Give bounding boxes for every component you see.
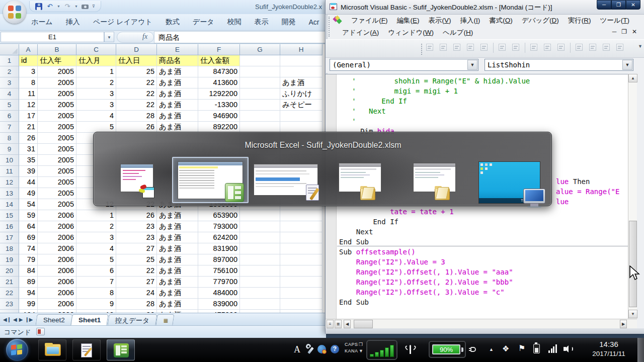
taskbar-notepad-button[interactable]	[72, 339, 101, 360]
ribbon-tab-8[interactable]: 開発	[282, 18, 296, 27]
column-header-D[interactable]: D	[116, 44, 157, 55]
cell[interactable]: 5	[76, 254, 116, 265]
cell[interactable]	[240, 122, 280, 133]
cell[interactable]: 28	[116, 299, 157, 310]
cell[interactable]	[240, 221, 280, 232]
cell[interactable]	[280, 288, 323, 299]
cell[interactable]	[240, 88, 280, 100]
cell[interactable]: 2005	[38, 199, 76, 210]
row-header-22[interactable]: 22	[0, 288, 19, 299]
cell[interactable]: 2005	[38, 155, 76, 166]
name-box[interactable]: E1	[1, 32, 104, 42]
cell[interactable]: あま酒	[157, 111, 198, 122]
macro-record-icon[interactable]	[36, 328, 45, 335]
close-button[interactable]: ✕	[626, 0, 640, 10]
cell[interactable]: 23	[116, 221, 157, 232]
cell[interactable]: あま酒	[157, 77, 198, 88]
redo-icon[interactable]: ↷	[63, 3, 71, 11]
cell[interactable]: 25	[116, 254, 157, 265]
row-header-8[interactable]: 8	[0, 133, 19, 144]
wireless-antenna-icon[interactable]	[405, 344, 417, 355]
cell[interactable]	[240, 77, 280, 88]
ribbon-tab-5[interactable]: データ	[193, 18, 214, 27]
row-header-17[interactable]: 17	[0, 232, 19, 243]
cell[interactable]	[240, 299, 280, 310]
ime-mode-indicator[interactable]: A	[294, 344, 300, 355]
cell[interactable]: 2006	[38, 288, 76, 299]
vertical-scrollbar[interactable]: ▲ ▼	[628, 74, 637, 319]
cell[interactable]: 仕入日	[116, 55, 157, 66]
taskbar-explorer-button[interactable]	[38, 339, 66, 360]
cell[interactable]	[280, 232, 323, 243]
cell[interactable]	[280, 55, 323, 66]
cell[interactable]: ふりかけ	[280, 88, 323, 100]
cell[interactable]: 2	[76, 221, 116, 232]
cell[interactable]: 74	[19, 243, 38, 254]
cell[interactable]	[240, 254, 280, 265]
vba-menu-8[interactable]: ツール(T)	[597, 15, 633, 26]
cell[interactable]: 2005	[38, 166, 76, 177]
restore-button[interactable]: ❐	[611, 0, 626, 10]
cell[interactable]: 4	[76, 111, 116, 122]
vba-menu-7[interactable]: 実行(R)	[565, 15, 595, 26]
cell[interactable]: 3	[76, 88, 116, 100]
row-header-16[interactable]: 16	[0, 221, 19, 232]
cell[interactable]: 49	[19, 188, 38, 199]
cell[interactable]	[240, 243, 280, 254]
cell[interactable]: 22	[116, 88, 157, 100]
break-icon[interactable]	[529, 42, 539, 53]
cell[interactable]: 35	[19, 155, 38, 166]
cell[interactable]: 仕入年	[38, 55, 76, 66]
column-header-E[interactable]: E	[157, 44, 198, 55]
cell[interactable]: あま酒	[157, 122, 198, 133]
cell[interactable]: 64	[19, 221, 38, 232]
scroll-right-button[interactable]: ▶	[620, 320, 627, 328]
column-header-G[interactable]: G	[240, 44, 280, 55]
cell[interactable]: 21	[19, 122, 38, 133]
object-combo-dropdown[interactable]: ▼	[467, 60, 477, 70]
ribbon-tab-4[interactable]: 数式	[166, 18, 180, 27]
network-meter-gadget[interactable]	[366, 340, 397, 360]
vba-menu-4[interactable]: 挿入(I)	[457, 15, 484, 26]
first-sheet-icon[interactable]: ◀❙	[3, 317, 11, 322]
cell[interactable]: 22	[116, 100, 157, 111]
scroll-up-button[interactable]: ▲	[628, 74, 637, 82]
procedure-combo-dropdown[interactable]: ▼	[622, 60, 632, 70]
copy-icon[interactable]	[466, 42, 475, 53]
cell[interactable]: 624200	[198, 232, 240, 243]
cell[interactable]: 2006	[38, 299, 76, 310]
row-header-4[interactable]: 4	[0, 88, 19, 100]
cell[interactable]	[240, 66, 280, 77]
cell[interactable]: 79	[19, 254, 38, 265]
cell[interactable]: 1292200	[198, 88, 240, 100]
scroll-down-button[interactable]: ▼	[628, 310, 637, 318]
ribbon-tab-2[interactable]: 挿入	[66, 18, 80, 27]
reset-icon[interactable]	[556, 42, 566, 53]
undo-dropdown-icon[interactable]: ▼	[57, 5, 60, 8]
row-header-14[interactable]: 14	[0, 199, 19, 210]
cell[interactable]: 44	[19, 177, 38, 188]
ribbon-tab-7[interactable]: 表示	[255, 18, 269, 27]
sheet-tab-Sheet2[interactable]: Sheet2	[35, 314, 72, 325]
cell[interactable]: 2005	[38, 188, 76, 199]
cell[interactable]: 5	[76, 122, 116, 133]
cell[interactable]: みそピー	[280, 100, 323, 111]
insert-function-icon[interactable]: fx	[142, 33, 147, 41]
cell[interactable]: あま酒	[157, 88, 198, 100]
cell[interactable]	[280, 299, 323, 310]
cell[interactable]	[240, 288, 280, 299]
indent-icon[interactable]	[498, 42, 507, 53]
cell[interactable]: あま酒	[157, 221, 198, 232]
vba-menu2-2[interactable]: ウィンドウ(W)	[384, 27, 437, 38]
sheet-tab-Sheet1[interactable]: Sheet1	[71, 314, 109, 325]
caps-kana-indicator[interactable]: CAPSKANA	[345, 342, 358, 353]
cell[interactable]	[280, 66, 323, 77]
battery-gadget[interactable]: 90%	[429, 341, 466, 358]
cell[interactable]: 26	[116, 122, 157, 133]
mdi-minimize-button[interactable]: ─	[612, 28, 617, 35]
cell[interactable]: 2005	[38, 177, 76, 188]
column-header-B[interactable]: B	[38, 44, 76, 55]
cell[interactable]: 1	[76, 66, 116, 77]
row-header-9[interactable]: 9	[0, 144, 19, 155]
scroll-thumb[interactable]	[629, 221, 637, 307]
